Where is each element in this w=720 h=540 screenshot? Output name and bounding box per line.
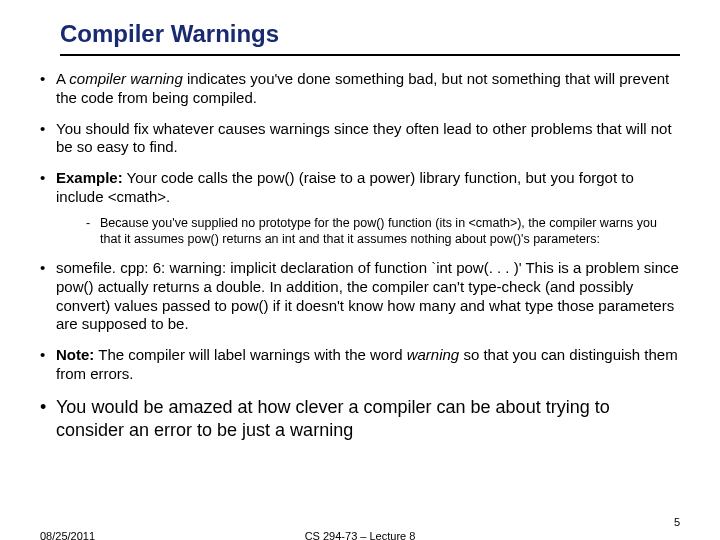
text: Your code calls the pow() (raise to a po… [56, 169, 634, 205]
text: You should fix whatever causes warnings … [56, 120, 672, 156]
text: A [56, 70, 69, 87]
bullet-item: A compiler warning indicates you've done… [40, 70, 680, 108]
text: The compiler will label warnings with th… [94, 346, 406, 363]
bullet-item: Note: The compiler will label warnings w… [40, 346, 680, 384]
text: Because you've supplied no prototype for… [100, 216, 657, 246]
emphasis: warning [407, 346, 460, 363]
sub-list: Because you've supplied no prototype for… [86, 215, 680, 248]
bullet-item: You would be amazed at how clever a comp… [40, 396, 680, 443]
page-number: 5 [674, 516, 680, 528]
strong-label: Note: [56, 346, 94, 363]
bullet-item: You should fix whatever causes warnings … [40, 120, 680, 158]
bullet-item: somefile. cpp: 6: warning: implicit decl… [40, 259, 680, 334]
bullet-item: Example: Your code calls the pow() (rais… [40, 169, 680, 247]
text: You would be amazed at how clever a comp… [56, 397, 610, 440]
slide-title: Compiler Warnings [60, 20, 680, 56]
bullet-list: A compiler warning indicates you've done… [40, 70, 680, 442]
sub-bullet-item: Because you've supplied no prototype for… [86, 215, 680, 248]
emphasis: compiler warning [69, 70, 182, 87]
slide: Compiler Warnings A compiler warning ind… [0, 0, 720, 540]
text: somefile. cpp: 6: warning: implicit decl… [56, 259, 679, 332]
footer-center: CS 294-73 – Lecture 8 [0, 530, 720, 540]
strong-label: Example: [56, 169, 123, 186]
